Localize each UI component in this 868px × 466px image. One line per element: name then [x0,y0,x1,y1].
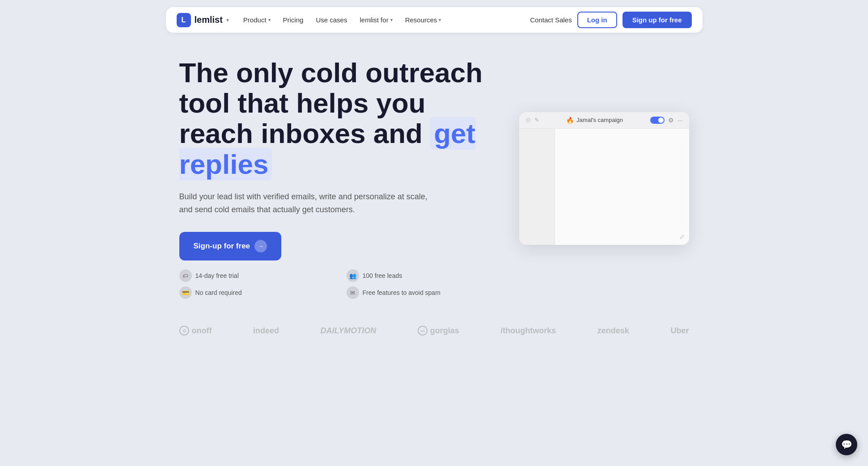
expand-icon: ⤢ [679,233,685,240]
nav-resources[interactable]: Resources ▾ [405,16,441,24]
contact-sales-link[interactable]: Contact Sales [530,16,572,24]
arrow-icon: → [254,240,267,252]
nav-product[interactable]: Product ▾ [243,16,271,24]
spam-icon: ✉ [347,286,359,299]
fire-icon: 🔥 [566,117,574,124]
brand-zendesk: zendesk [597,326,629,336]
mockup-titlebar: ✎ 🔥 Jamal's campaign ⚙ ··· [519,112,689,129]
hero-left: The only cold outreach tool that helps y… [179,58,492,299]
hero-right: ✎ 🔥 Jamal's campaign ⚙ ··· ⤢ [519,112,689,245]
leads-icon: 👥 [347,269,359,282]
toggle-switch[interactable] [650,117,665,124]
titlebar-title: 🔥 Jamal's campaign [566,117,623,124]
feature-no-card: 💳 No card required [179,286,325,299]
logo-icon: L [177,13,191,27]
window-close-button[interactable] [525,118,531,123]
hero-subtitle: Build your lead list with verified email… [179,190,430,216]
onoff-icon: ⊙ [179,326,189,336]
titlebar-left: ✎ [525,117,539,123]
brands-row: ⊙ onoff indeed DAILYMOTION ▭ gorgias /th… [179,326,689,336]
nav-links: Product ▾ Pricing Use cases lemlist for … [243,16,516,24]
features-grid: 🏷 14-day free trial 👥 100 free leads 💳 N… [179,269,492,299]
nav-actions: Contact Sales Log in Sign up for free [530,12,691,28]
resources-chevron-icon: ▾ [439,17,441,22]
feature-leads: 👥 100 free leads [347,269,492,282]
mockup-body: ⤢ [519,129,689,245]
mockup-main: ⤢ [555,129,689,245]
brand-gorgias: ▭ gorgias [418,326,459,336]
navbar: L lemlist ▾ Product ▾ Pricing Use cases … [166,7,703,33]
logo-link[interactable]: L lemlist ▾ [177,13,229,27]
signup-button[interactable]: Sign up for free [622,12,692,28]
feature-spam: ✉ Free features to avoid spam [347,286,492,299]
app-mockup: ✎ 🔥 Jamal's campaign ⚙ ··· ⤢ [519,112,689,245]
logo-chevron-icon: ▾ [226,17,229,23]
brand-dailymotion: DAILYMOTION [321,326,377,336]
brand-uber: Uber [670,326,689,336]
hero-signup-button[interactable]: Sign-up for free → [179,232,282,260]
nav-lemlist-for[interactable]: lemlist for ▾ [360,16,392,24]
trial-icon: 🏷 [179,269,192,282]
mockup-sidebar [519,129,555,245]
login-button[interactable]: Log in [577,12,617,28]
gorgias-icon: ▭ [418,326,428,336]
chat-icon: 💬 [841,439,852,450]
chat-bubble[interactable]: 💬 [836,434,857,455]
more-icon[interactable]: ··· [677,117,683,124]
hero-highlight: get replies [179,117,476,180]
settings-icon[interactable]: ⚙ [668,117,674,124]
brand-indeed: indeed [253,326,279,336]
titlebar-right: ⚙ ··· [650,117,683,124]
edit-icon: ✎ [534,117,539,123]
lemlist-for-chevron-icon: ▾ [390,17,393,22]
logo-text: lemlist [195,15,223,25]
card-icon: 💳 [179,286,192,299]
navbar-wrapper: L lemlist ▾ Product ▾ Pricing Use cases … [0,0,868,40]
feature-trial: 🏷 14-day free trial [179,269,325,282]
brands-section: ⊙ onoff indeed DAILYMOTION ▭ gorgias /th… [144,326,725,336]
hero-title: The only cold outreach tool that helps y… [179,58,492,180]
nav-pricing[interactable]: Pricing [283,16,304,24]
product-chevron-icon: ▾ [268,17,271,22]
brand-thoughtworks: /thoughtworks [500,326,556,336]
hero-section: The only cold outreach tool that helps y… [144,58,725,299]
nav-use-cases[interactable]: Use cases [316,16,347,24]
hero-cta-row: Sign-up for free → [179,232,492,260]
brand-onoff: ⊙ onoff [179,326,212,336]
